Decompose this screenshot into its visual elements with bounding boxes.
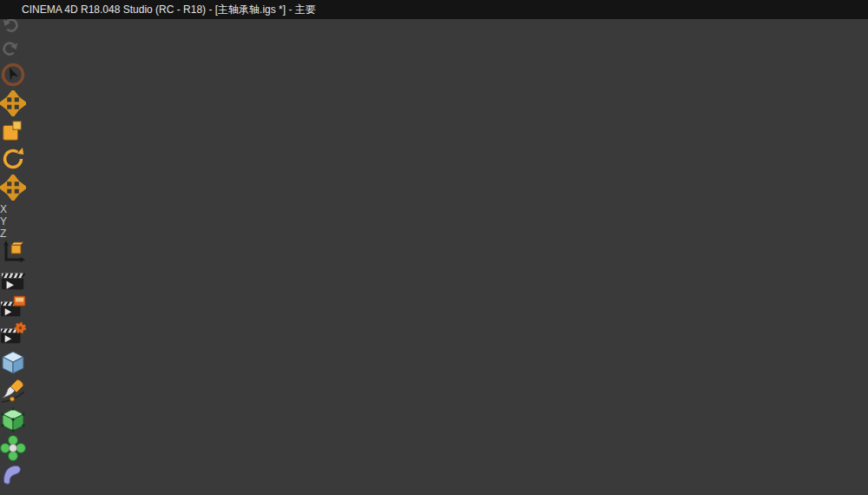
global-move-icon bbox=[0, 175, 26, 201]
scale-tool-button[interactable] bbox=[0, 119, 868, 146]
add-spline-pen-button[interactable] bbox=[0, 378, 868, 406]
redo-icon bbox=[0, 38, 21, 59]
add-cube-button[interactable] bbox=[0, 349, 868, 378]
y-axis-icon: Y bbox=[0, 215, 868, 228]
main-toolbar: X Y Z bbox=[0, 15, 868, 495]
add-floor-button[interactable] bbox=[0, 491, 868, 495]
add-deformer-button[interactable] bbox=[0, 464, 868, 491]
add-array-button[interactable] bbox=[0, 435, 868, 464]
render-view-icon bbox=[0, 268, 26, 293]
add-subdivision-surface-button[interactable] bbox=[0, 406, 868, 435]
subdivision-surface-icon bbox=[0, 406, 26, 432]
array-icon bbox=[0, 435, 26, 461]
x-axis-icon: X bbox=[0, 203, 868, 215]
render-view-button[interactable] bbox=[0, 268, 868, 295]
render-picture-viewer-icon bbox=[0, 295, 26, 320]
live-selection-button[interactable] bbox=[0, 62, 868, 90]
z-axis-icon: Z bbox=[0, 228, 868, 240]
move-tool-button[interactable] bbox=[0, 90, 868, 119]
move-icon bbox=[0, 90, 26, 116]
edit-render-settings-button[interactable] bbox=[0, 322, 868, 349]
cinema4d-window: CINEMA 4D R18.048 Studio (RC - R18) - [主… bbox=[0, 0, 868, 495]
title-bar: CINEMA 4D R18.048 Studio (RC - R18) - [主… bbox=[0, 0, 868, 19]
global-move-button[interactable] bbox=[0, 175, 868, 203]
render-to-picture-viewer-button[interactable] bbox=[0, 295, 868, 322]
lock-x-axis-button[interactable]: X bbox=[0, 203, 868, 215]
app-logo-icon bbox=[5, 4, 16, 16]
render-settings-icon bbox=[0, 322, 26, 346]
lock-y-axis-button[interactable]: Y bbox=[0, 215, 868, 228]
coordinate-system-icon bbox=[0, 240, 26, 266]
cube-icon bbox=[0, 349, 26, 375]
deformer-icon bbox=[0, 464, 24, 488]
rotate-icon bbox=[0, 146, 26, 172]
redo-button[interactable] bbox=[0, 38, 868, 62]
coordinate-system-button[interactable] bbox=[0, 240, 868, 268]
window-title: CINEMA 4D R18.048 Studio (RC - R18) - [主… bbox=[22, 3, 316, 17]
spline-pen-icon bbox=[0, 378, 26, 404]
rotate-tool-button[interactable] bbox=[0, 146, 868, 175]
live-selection-icon bbox=[0, 62, 26, 88]
floor-icon bbox=[0, 491, 26, 495]
scale-icon bbox=[0, 119, 24, 143]
lock-z-axis-button[interactable]: Z bbox=[0, 228, 868, 240]
